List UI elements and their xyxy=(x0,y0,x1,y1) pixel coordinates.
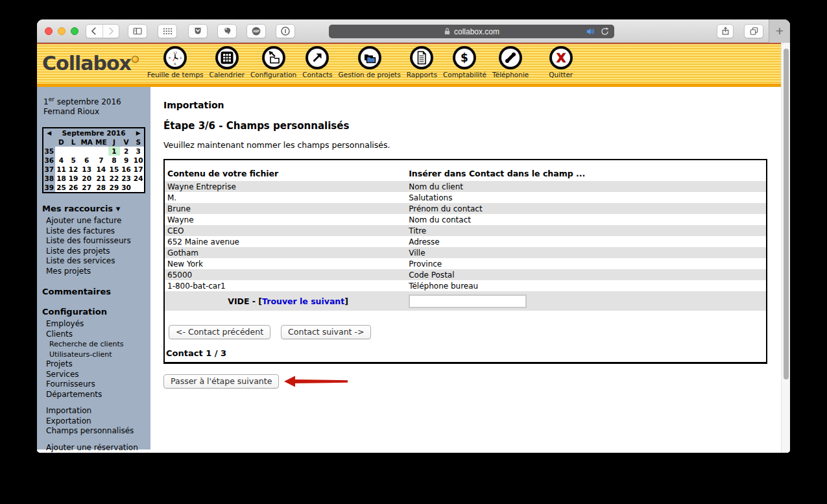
find-next-link[interactable]: Trouver le suivant xyxy=(262,296,344,306)
calendar-day[interactable]: 28 xyxy=(94,183,108,193)
browser-toolbar: ABP collabox.com xyxy=(37,19,790,43)
scrollbar-thumb[interactable] xyxy=(784,49,789,379)
nav-calendrier[interactable]: Calendrier xyxy=(210,46,245,78)
adblock-badge-icon: ABP xyxy=(250,25,262,37)
mute-speaker-icon[interactable] xyxy=(585,26,596,37)
calendar-day[interactable]: 16 xyxy=(120,165,132,174)
calendar-day[interactable]: 13 xyxy=(79,165,94,174)
tab-overview-button[interactable] xyxy=(744,24,763,38)
field-name-cell: Titre xyxy=(409,226,763,235)
calendar-day[interactable]: 7 xyxy=(94,156,108,165)
sidebar-item-importation[interactable]: Importation xyxy=(46,406,147,416)
address-bar[interactable]: collabox.com xyxy=(329,25,614,38)
calendar-day[interactable]: 2 xyxy=(120,147,132,156)
plus-icon: + xyxy=(776,23,784,39)
minimize-window-button[interactable] xyxy=(58,27,66,35)
sidebar-item-departements[interactable]: Départements xyxy=(46,390,147,400)
onepassword-extension-button[interactable] xyxy=(276,24,295,38)
calendar-day[interactable]: 11 xyxy=(55,165,67,174)
sidebar-item-liste-des-services[interactable]: Liste des services xyxy=(46,256,147,267)
sidebar-panel-icon xyxy=(132,26,143,36)
evernote-extension-button[interactable] xyxy=(217,24,237,38)
calendar-day[interactable]: 10 xyxy=(132,156,145,165)
calendar-day[interactable]: 12 xyxy=(67,165,80,174)
collabox-logo[interactable]: Collabox xyxy=(42,52,139,75)
close-window-button[interactable] xyxy=(45,27,53,35)
reload-icon[interactable] xyxy=(599,26,610,37)
calendar-day[interactable]: 21 xyxy=(94,174,108,183)
nav-label: Quitter xyxy=(549,71,573,78)
calendar-day[interactable]: 9 xyxy=(120,156,132,165)
sidebar-item-fournisseurs[interactable]: Fournisseurs xyxy=(46,379,147,390)
top-sites-button[interactable] xyxy=(158,24,177,38)
calendar-day[interactable]: 23 xyxy=(120,174,132,183)
calendar-day[interactable]: 17 xyxy=(132,165,145,174)
calendar-day[interactable]: 4 xyxy=(55,156,67,165)
sidebar-item-exportation[interactable]: Exportation xyxy=(46,416,147,427)
file-value-cell: Gotham xyxy=(167,248,409,258)
calendar-day[interactable]: 5 xyxy=(67,156,80,165)
share-button[interactable] xyxy=(717,24,734,38)
comments-header[interactable]: Commentaires xyxy=(42,287,147,296)
sidebar-item-liste-des-factures[interactable]: Liste des factures xyxy=(46,226,147,237)
nav-quitter[interactable]: XQuitter xyxy=(549,46,573,78)
calendar-head: ◀ Septembre 2016 ▶ DLMAMEJVS xyxy=(43,128,145,147)
sidebar-item-champs-personnalises[interactable]: Champs personnalisés xyxy=(46,426,147,437)
sidebar-item-mes-projets[interactable]: Mes projets xyxy=(46,267,147,277)
calendar-day[interactable]: 30 xyxy=(120,183,132,193)
calendar-day[interactable]: 14 xyxy=(94,165,108,174)
nav-feuille-de-temps[interactable]: 12369Feuille de temps xyxy=(147,46,204,78)
calendar-day[interactable]: 20 xyxy=(79,174,94,183)
custom-field-input[interactable] xyxy=(409,294,527,308)
calendar-day[interactable]: 8 xyxy=(108,156,121,165)
calendar-day[interactable]: 29 xyxy=(108,183,121,193)
nav-comptabilite[interactable]: $Comptabilité xyxy=(443,46,486,78)
back-button[interactable] xyxy=(86,25,102,38)
configuration-header[interactable]: Configuration xyxy=(42,307,147,317)
calendar-day[interactable]: 1 xyxy=(108,147,121,156)
calendar-day[interactable]: 6 xyxy=(79,156,94,165)
pocket-extension-button[interactable] xyxy=(188,24,208,38)
sidebar-toggle-button[interactable] xyxy=(128,24,147,38)
shortcuts-header[interactable]: Mes raccourcis ▾ xyxy=(42,204,147,213)
new-tab-button[interactable]: + xyxy=(769,19,790,43)
sidebar-item-recherche-de-clients[interactable]: Recherche de clients xyxy=(49,339,147,350)
previous-contact-button[interactable]: <- Contact précédent xyxy=(169,325,270,339)
calendar-day[interactable]: 15 xyxy=(108,165,121,174)
calendar-day[interactable]: 27 xyxy=(79,183,94,193)
file-value-cell: 65000 xyxy=(167,270,409,280)
nav-gestion-de-projets[interactable]: Gestion de projets xyxy=(339,46,401,78)
nav-rapports[interactable]: Rapports xyxy=(407,46,437,78)
adblock-extension-button[interactable]: ABP xyxy=(246,24,266,38)
calendar-prev-button[interactable]: ◀ xyxy=(43,128,56,138)
calendar-day[interactable]: 24 xyxy=(132,174,145,183)
sidebar-item-services[interactable]: Services xyxy=(46,370,147,380)
calendar-next-button[interactable]: ▶ xyxy=(132,128,145,138)
next-step-button[interactable]: Passer à l'étape suivante xyxy=(163,374,279,389)
calendar-day[interactable]: 3 xyxy=(132,147,145,156)
forward-button[interactable] xyxy=(102,25,119,38)
sidebar-item-employes[interactable]: Employés xyxy=(46,319,147,330)
calendar-day[interactable]: 25 xyxy=(55,183,67,193)
zoom-window-button[interactable] xyxy=(71,27,78,35)
sidebar-item-ajouter-une-facture[interactable]: Ajouter une facture xyxy=(46,216,147,226)
sidebar-item-clients[interactable]: Clients xyxy=(46,330,147,340)
calendar-day[interactable]: 18 xyxy=(55,174,67,183)
sidebar-item-ajouter-une-reservation[interactable]: Ajouter une réservation xyxy=(46,443,147,453)
table-row: CEOTitre xyxy=(165,225,766,236)
calendar-day[interactable]: 22 xyxy=(108,174,121,183)
nav-telephonie[interactable]: Téléphonie xyxy=(492,46,529,78)
calendar-day[interactable]: 19 xyxy=(67,174,80,183)
sidebar-item-liste-des-fournisseurs[interactable]: Liste des fournisseurs xyxy=(46,236,147,246)
calendar-body: 3512336456789103711121314151617381819202… xyxy=(43,147,145,193)
table-row: New YorkProvince xyxy=(165,258,766,269)
next-contact-button[interactable]: Contact suivant -> xyxy=(281,325,371,339)
sidebar-item-utilisateurs-client[interactable]: Utilisateurs-client xyxy=(49,350,147,360)
app-header: Collabox 12369Feuille de tempsCalendrier… xyxy=(37,43,790,87)
nav-contacts[interactable]: Contacts xyxy=(302,46,332,78)
nav-configuration[interactable]: Configuration xyxy=(250,46,296,78)
sidebar-item-liste-des-projets[interactable]: Liste des projets xyxy=(46,246,147,257)
vertical-scrollbar[interactable] xyxy=(781,43,790,453)
calendar-day[interactable]: 26 xyxy=(67,183,80,193)
sidebar-item-projets[interactable]: Projets xyxy=(46,359,147,370)
